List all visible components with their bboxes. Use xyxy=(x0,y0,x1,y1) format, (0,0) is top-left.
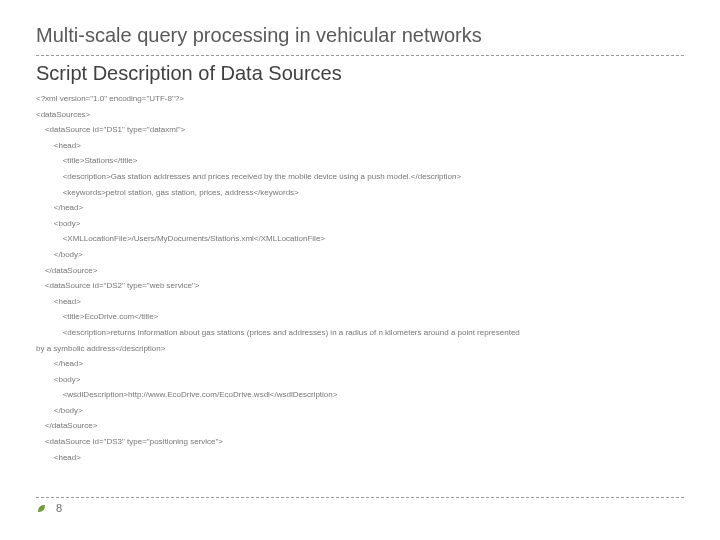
code-line: </body> xyxy=(36,247,684,263)
footer: 8 xyxy=(36,497,684,514)
code-line: </head> xyxy=(36,356,684,372)
code-line: <description>Gas station addresses and p… xyxy=(36,169,684,185)
code-line: <description>returns information about g… xyxy=(36,325,684,341)
code-line: <XMLLocationFile>/Users/MyDocuments/Stat… xyxy=(36,231,684,247)
leaf-icon xyxy=(36,502,48,514)
code-line: <dataSources> xyxy=(36,107,684,123)
page-number: 8 xyxy=(56,502,62,514)
code-line: <dataSource id="DS3" type="positioning s… xyxy=(36,434,684,450)
divider-top xyxy=(36,55,684,56)
code-line: <wsdlDescription>http://www.EcoDrive.com… xyxy=(36,387,684,403)
main-title: Multi-scale query processing in vehicula… xyxy=(36,24,684,53)
code-line: <dataSource id="DS1" type="dataxml"> xyxy=(36,122,684,138)
code-line: <?xml version="1.0" encoding="UTF-8"?> xyxy=(36,91,684,107)
code-line: <dataSource id="DS2" type="web service"> xyxy=(36,278,684,294)
code-line: <title>Stations</title> xyxy=(36,153,684,169)
divider-bottom xyxy=(36,497,684,498)
code-line: </dataSource> xyxy=(36,418,684,434)
code-line: <head> xyxy=(36,138,684,154)
code-line: </body> xyxy=(36,403,684,419)
code-line: </dataSource> xyxy=(36,263,684,279)
code-line: <head> xyxy=(36,294,684,310)
code-line: <keywords>petrol station, gas station, p… xyxy=(36,185,684,201)
code-line: by a symbolic address</description> xyxy=(36,341,684,357)
xml-code-block: <?xml version="1.0" encoding="UTF-8"?> <… xyxy=(36,91,684,465)
code-line: <head> xyxy=(36,450,684,466)
code-line: <title>EcoDrive.com</title> xyxy=(36,309,684,325)
code-line: <body> xyxy=(36,216,684,232)
sub-title: Script Description of Data Sources xyxy=(36,62,684,85)
code-line: </head> xyxy=(36,200,684,216)
code-line: <body> xyxy=(36,372,684,388)
